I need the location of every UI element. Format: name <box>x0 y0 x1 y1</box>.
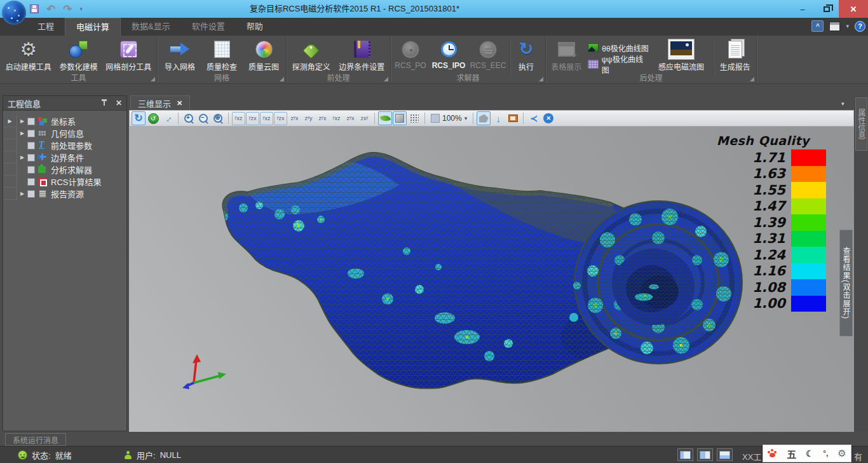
zoom-level-control[interactable]: 100% ▾ <box>428 114 470 123</box>
view-orientation-button-1[interactable]: ʸxz <box>232 112 245 125</box>
view-orientation-button-4[interactable]: ʸzx <box>274 112 287 125</box>
menu-tab-settings[interactable]: 软件设置 <box>181 18 236 36</box>
view-orientation-button-7[interactable]: zʸx <box>316 112 329 125</box>
tree-item-preprocess-params[interactable]: T 前处理参数 <box>3 139 126 151</box>
window-style-icon[interactable] <box>829 22 840 31</box>
ime-mode-indicator[interactable]: 五 <box>787 447 796 460</box>
execute-button[interactable]: ↻ 执行 <box>512 38 540 74</box>
punctuation-icon[interactable]: °, <box>823 449 828 458</box>
rcs-ipo-button[interactable]: RCS_IPO <box>429 38 468 74</box>
export-down-button[interactable]: ↓ <box>491 111 505 125</box>
tree-item-rcs-results[interactable]: RCS计算结果 <box>3 176 126 188</box>
view-orientation-button-5[interactable]: zʸx <box>288 112 301 125</box>
tree-item-analysis-solver[interactable]: 分析求解器 <box>3 163 126 176</box>
menu-tab-help[interactable]: 帮助 <box>236 18 274 36</box>
generate-report-button[interactable]: 生成报告 <box>715 38 755 74</box>
moon-icon[interactable]: ☾ <box>806 448 814 459</box>
layout-split-button[interactable] <box>697 448 713 461</box>
tab-3d-display[interactable]: 三维显示 ✕ <box>130 95 190 110</box>
dialog-launcher-icon[interactable] <box>539 77 543 81</box>
checkbox[interactable] <box>27 166 35 174</box>
view-results-tab[interactable]: 查看结果(双击展开) <box>839 230 853 336</box>
dialog-launcher-icon[interactable] <box>384 77 388 81</box>
pan-button[interactable]: ↔ <box>161 111 175 125</box>
3d-viewport[interactable]: Mesh Quality 1.71 1.63 1.55 1.47 1.39 1.… <box>129 127 854 432</box>
parametric-modeling-button[interactable]: 参数化建模 <box>55 38 101 74</box>
close-button[interactable]: ✕ <box>839 0 868 18</box>
probe-angle-button[interactable]: 探测角定义 <box>288 38 335 74</box>
zoom-dropdown-icon[interactable]: ▾ <box>465 115 468 121</box>
table-display-button[interactable]: 表格展示 <box>547 38 585 74</box>
boundary-settings-button[interactable]: 边界条件设置 <box>335 38 389 74</box>
share-link-button[interactable]: ≺ <box>527 111 541 125</box>
tree-item-geometry-info[interactable]: ▶ 几何信息 <box>3 127 126 139</box>
zoom-in-button[interactable]: + <box>182 111 196 125</box>
dialog-launcher-icon[interactable] <box>750 77 754 81</box>
tab-list-dropdown-icon[interactable]: ▾ <box>841 100 844 107</box>
system-messages-tab[interactable]: 系统运行消息 <box>5 433 66 446</box>
checkbox[interactable] <box>27 154 35 162</box>
tree-item-boundary-conditions[interactable]: ▶ 边界条件 <box>3 151 126 163</box>
quality-cloud-button[interactable]: 质量云图 <box>243 38 285 74</box>
help-icon[interactable]: ? <box>855 21 865 32</box>
tree-item-coordinate-system[interactable]: ▶ ▶ 坐标系 <box>3 115 126 127</box>
layout-left-button[interactable] <box>677 448 693 461</box>
checkbox[interactable] <box>27 142 35 149</box>
pin-icon[interactable] <box>101 99 108 107</box>
checkbox[interactable] <box>27 130 35 137</box>
expand-arrow-icon[interactable]: ▶ <box>17 155 27 160</box>
view-orientation-button-2[interactable]: ʸzx <box>246 112 259 125</box>
induced-current-map-button[interactable]: 感应电磁流图 <box>651 38 710 74</box>
rotate-view-button[interactable]: ↻ <box>132 111 146 125</box>
layout-bottom-button[interactable] <box>717 448 733 461</box>
button-label: 感应电磁流图 <box>658 61 704 72</box>
wireframe-points-button[interactable] <box>407 111 421 125</box>
expand-arrow-icon[interactable]: ▶ <box>17 130 27 136</box>
clip-shape-button[interactable] <box>477 111 491 125</box>
menu-tab-project[interactable]: 工程 <box>27 18 65 36</box>
tree-item-report-resources[interactable]: ▶ 报告资源 <box>3 188 126 200</box>
mesh-partition-tool-button[interactable]: 网格剖分工具 <box>102 38 156 74</box>
import-mesh-button[interactable]: 导入网格 <box>159 38 201 74</box>
view-orientation-button-6[interactable]: zˣy <box>302 112 315 125</box>
shading-button[interactable] <box>378 111 392 125</box>
style-dropdown-icon[interactable]: ▾ <box>846 23 849 29</box>
view-orientation-button-8[interactable]: ʸxz <box>330 112 343 125</box>
expand-arrow-icon[interactable]: ▶ <box>17 191 27 197</box>
theta-polarization-curve-button[interactable]: θθ极化曲线图 <box>585 41 651 55</box>
orbit-button[interactable]: ↺ <box>146 111 160 125</box>
report-resource-icon <box>37 189 48 198</box>
gutter-arrow-icon[interactable]: ▶ <box>3 115 17 127</box>
psi-polarization-curve-button[interactable]: ψψ极化曲线图 <box>585 57 651 71</box>
tab-close-icon[interactable]: ✕ <box>177 99 182 107</box>
property-info-tab[interactable]: 属性信息 <box>855 97 867 151</box>
checkbox[interactable] <box>27 118 35 125</box>
zoom-out-button[interactable]: − <box>196 111 210 125</box>
rcs-po-button[interactable]: RCS_PO <box>392 38 429 74</box>
ime-gear-icon[interactable]: ⚙ <box>837 448 846 459</box>
rcs-eec-button[interactable]: RCS_EEC <box>468 38 508 74</box>
button-label: RCS_PO <box>395 61 426 70</box>
menu-tab-data-display[interactable]: 数据&显示 <box>121 18 181 36</box>
capture-button[interactable] <box>506 111 520 125</box>
checkbox[interactable] <box>27 190 35 198</box>
checkbox[interactable] <box>27 178 35 186</box>
surface-display-button[interactable] <box>393 111 407 125</box>
minimize-button[interactable]: – <box>790 0 815 18</box>
menu-tab-em-computation[interactable]: 电磁计算 <box>65 18 121 36</box>
zoom-fit-button[interactable]: ⊕ <box>211 111 225 125</box>
view-orientation-button-10[interactable]: zxʸ <box>358 112 371 125</box>
dialog-launcher-icon[interactable] <box>280 77 284 81</box>
ime-paw-icon[interactable] <box>768 450 777 458</box>
zoom-swatch-icon <box>431 114 440 123</box>
view-orientation-button-3[interactable]: ʸxz <box>260 112 273 125</box>
close-icon[interactable]: ✕ <box>116 99 122 107</box>
ribbon-collapse-icon[interactable]: ^ <box>811 20 824 32</box>
cancel-button[interactable]: ✕ <box>541 111 555 125</box>
expand-arrow-icon[interactable]: ▶ <box>17 118 27 124</box>
quality-check-button[interactable]: 质量检查 <box>201 38 243 74</box>
dialog-launcher-icon[interactable] <box>151 77 155 81</box>
start-modeling-tool-button[interactable]: ⚙ 启动建模工具 <box>1 38 55 74</box>
restore-button[interactable] <box>815 0 839 18</box>
view-orientation-button-9[interactable]: zʸx <box>344 112 357 125</box>
